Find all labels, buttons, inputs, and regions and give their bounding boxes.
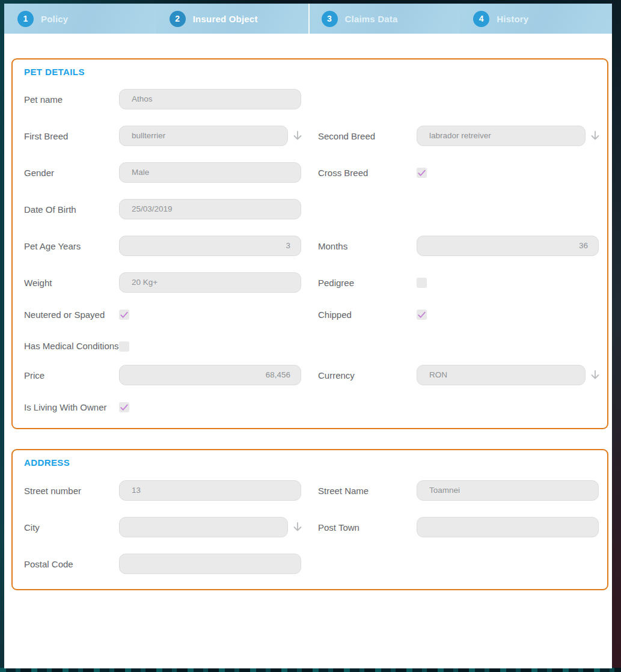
form-row: Street number 13 Street Name Toamnei [24, 480, 600, 501]
date-of-birth-input[interactable]: 25/03/2019 [119, 199, 301, 219]
street-number-label: Street number [24, 485, 119, 496]
has-medical-label: Has Medical Conditions [24, 337, 119, 355]
pet-details-title: PET DETAILS [24, 67, 600, 77]
tab-number-badge: 3 [322, 11, 338, 27]
tab-label: Claims Data [345, 14, 398, 24]
tab-label: Policy [41, 14, 68, 24]
address-section: ADDRESS Street number 13 Street Name Toa… [11, 449, 608, 590]
living-with-owner-checkbox[interactable] [119, 402, 129, 412]
app-window: 1 Policy 2 Insured Object 3 Claims Data … [4, 4, 612, 668]
pet-name-label: Pet name [24, 94, 119, 105]
form-row: Neutered or Spayed Chipped [24, 309, 600, 320]
gender-input[interactable]: Male [119, 162, 301, 183]
desktop-background-strip [0, 668, 621, 672]
form-row: Date Of Birth 25/03/2019 [24, 199, 600, 219]
city-select[interactable] [119, 517, 288, 537]
second-breed-label: Second Breed [318, 130, 417, 142]
form-row: First Breed bullterrier Second Breed lab… [24, 126, 600, 146]
city-label: City [24, 522, 119, 533]
price-label: Price [24, 370, 119, 381]
weight-input[interactable]: 20 Kg+ [119, 272, 301, 293]
arrow-down-icon[interactable] [291, 521, 304, 534]
form-row: Pet Age Years 3 Months 36 [24, 236, 600, 256]
currency-label: Currency [318, 370, 417, 381]
tab-label: History [497, 14, 528, 24]
currency-select[interactable]: RON [417, 365, 586, 385]
form-row: City Post Town [24, 517, 600, 537]
tab-insured-object[interactable]: 2 Insured Object [156, 4, 308, 34]
pedigree-label: Pedigree [318, 277, 417, 289]
post-town-label: Post Town [318, 522, 417, 533]
street-name-input[interactable]: Toamnei [417, 480, 599, 501]
form-row: Gender Male Cross Breed [24, 162, 600, 183]
form-row: Pet name Athos [24, 89, 600, 109]
tab-claims-data[interactable]: 3 Claims Data [308, 4, 460, 34]
address-title: ADDRESS [24, 457, 600, 468]
tab-number-badge: 1 [17, 11, 34, 27]
neutered-label: Neutered or Spayed [24, 309, 119, 320]
form-row: Has Medical Conditions [24, 337, 600, 355]
chipped-checkbox[interactable] [417, 310, 427, 320]
first-breed-label: First Breed [24, 130, 119, 142]
pet-name-input[interactable]: Athos [119, 89, 301, 109]
checkmark-icon [119, 402, 129, 412]
living-with-owner-label: Is Living With Owner [24, 402, 119, 413]
street-name-label: Street Name [318, 485, 417, 496]
checkmark-icon [417, 168, 427, 178]
arrow-down-icon[interactable] [291, 129, 304, 142]
neutered-checkbox[interactable] [119, 310, 129, 320]
chipped-label: Chipped [318, 309, 417, 320]
checkmark-icon [417, 310, 427, 320]
tab-label: Insured Object [193, 14, 258, 24]
pet-age-years-input[interactable]: 3 [119, 236, 301, 256]
postal-code-input[interactable] [119, 554, 301, 574]
wizard-tabbar: 1 Policy 2 Insured Object 3 Claims Data … [4, 4, 612, 34]
cross-breed-checkbox[interactable] [417, 168, 427, 178]
pet-details-section: PET DETAILS Pet name Athos First Breed b… [11, 58, 608, 429]
arrow-down-icon[interactable] [589, 368, 602, 382]
pedigree-checkbox[interactable] [417, 278, 427, 288]
second-breed-select[interactable]: labrador retreiver [417, 126, 586, 146]
months-input[interactable]: 36 [417, 236, 599, 256]
weight-label: Weight [24, 277, 119, 289]
form-row: Postal Code [24, 554, 600, 574]
form-content: PET DETAILS Pet name Athos First Breed b… [4, 34, 612, 668]
gender-label: Gender [24, 167, 119, 179]
form-row: Weight 20 Kg+ Pedigree [24, 272, 600, 293]
form-row: Price 68,456 Currency RON [24, 365, 600, 385]
tab-policy[interactable]: 1 Policy [4, 4, 156, 34]
first-breed-select[interactable]: bullterrier [119, 126, 288, 146]
tab-number-badge: 4 [473, 11, 489, 27]
date-of-birth-label: Date Of Birth [24, 204, 119, 215]
has-medical-checkbox[interactable] [119, 341, 129, 352]
street-number-input[interactable]: 13 [119, 480, 301, 501]
cross-breed-label: Cross Breed [318, 167, 417, 179]
price-input[interactable]: 68,456 [119, 365, 301, 385]
pet-age-years-label: Pet Age Years [24, 240, 119, 252]
tab-number-badge: 2 [170, 11, 186, 27]
tab-history[interactable]: 4 History [460, 4, 612, 34]
postal-code-label: Postal Code [24, 558, 119, 570]
months-label: Months [318, 240, 417, 252]
form-row: Is Living With Owner [24, 402, 600, 413]
checkmark-icon [119, 310, 129, 320]
post-town-input[interactable] [417, 517, 599, 537]
arrow-down-icon[interactable] [589, 129, 602, 142]
